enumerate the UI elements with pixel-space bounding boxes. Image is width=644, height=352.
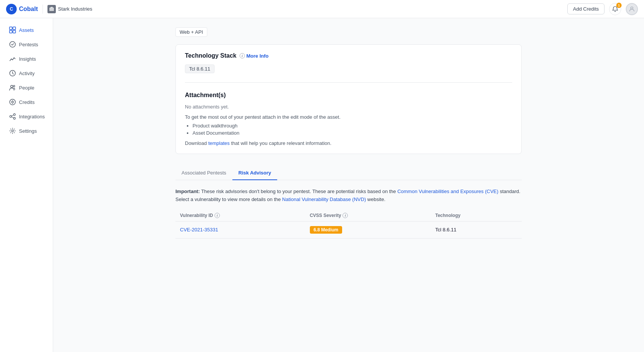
sidebar-item-credits[interactable]: Credits bbox=[3, 95, 50, 109]
sidebar-item-assets[interactable]: Assets bbox=[3, 23, 50, 37]
severity-info-icon[interactable]: i bbox=[343, 213, 348, 218]
vuln-id-cell: CVE-2021-35331 bbox=[175, 221, 305, 238]
svg-point-11 bbox=[10, 99, 16, 105]
vulnerability-table: Vulnerability ID i CVSS Severity i bbox=[175, 210, 522, 239]
credits-icon bbox=[9, 99, 16, 105]
avatar-icon bbox=[629, 6, 635, 12]
table-body: CVE-2021-35331 6.8 Medium Tcl 8.6.11 bbox=[175, 221, 522, 238]
info-circle-icon: i bbox=[240, 53, 245, 58]
cobalt-logo: C Cobalt bbox=[6, 4, 38, 14]
list-item: Product walkthrough bbox=[193, 123, 512, 129]
people-icon bbox=[9, 84, 16, 91]
sidebar-item-insights[interactable]: Insights bbox=[3, 52, 50, 66]
tab-risk-advisory[interactable]: Risk Advisory bbox=[232, 166, 277, 180]
risk-advisory-content: Important: These risk advisories don't b… bbox=[175, 180, 522, 246]
severity-badge: 6.8 Medium bbox=[310, 226, 342, 234]
more-info-link[interactable]: i More Info bbox=[240, 53, 269, 59]
svg-point-13 bbox=[14, 114, 16, 116]
company-icon bbox=[47, 5, 56, 13]
svg-rect-6 bbox=[13, 30, 16, 33]
svg-rect-0 bbox=[49, 8, 54, 11]
cobalt-logo-text: Cobalt bbox=[19, 6, 38, 13]
cobalt-logo-icon: C bbox=[6, 4, 17, 14]
tech-stack-title: Technology Stack i More Info bbox=[185, 52, 512, 59]
th-vulnerability-id: Vulnerability ID i bbox=[175, 210, 305, 222]
attach-description: To get the most out of your pentest atta… bbox=[185, 114, 512, 120]
no-attachments-text: No attachments yet. bbox=[185, 104, 512, 110]
sidebar-item-settings[interactable]: Settings bbox=[3, 124, 50, 138]
svg-point-12 bbox=[10, 116, 12, 118]
app-layout: Assets Pentests Insights Activity bbox=[0, 18, 644, 352]
svg-point-17 bbox=[12, 130, 14, 132]
svg-point-14 bbox=[14, 118, 16, 119]
sidebar-label-integrations: Integrations bbox=[19, 114, 45, 119]
sidebar-label-insights: Insights bbox=[19, 56, 36, 62]
svg-point-9 bbox=[11, 85, 13, 88]
main-content: Web + API Technology Stack i More Info T… bbox=[53, 18, 644, 352]
topnav: C Cobalt Stark Industries Add Credits 1 bbox=[0, 0, 644, 18]
asset-details-card: Technology Stack i More Info Tcl 8.6.11 … bbox=[175, 44, 522, 154]
svg-line-15 bbox=[11, 115, 14, 116]
content-area: Web + API Technology Stack i More Info T… bbox=[166, 18, 531, 261]
notifications-button[interactable]: 1 bbox=[609, 3, 621, 15]
nvd-link[interactable]: National Vulnerability Database (NVD) bbox=[282, 196, 366, 202]
add-credits-button[interactable]: Add Credits bbox=[567, 3, 605, 14]
svg-point-2 bbox=[631, 7, 633, 9]
insights-icon bbox=[9, 55, 16, 62]
important-bold: Important: bbox=[175, 189, 200, 194]
tabs-container: Associated Pentests Risk Advisory bbox=[175, 166, 522, 180]
svg-rect-5 bbox=[9, 30, 12, 33]
svg-rect-1 bbox=[51, 7, 53, 8]
svg-line-16 bbox=[11, 117, 14, 118]
sidebar-label-people: People bbox=[19, 85, 34, 91]
sidebar: Assets Pentests Insights Activity bbox=[0, 18, 53, 352]
technology-cell: Tcl 8.6.11 bbox=[431, 221, 522, 238]
attachments-title: Attachment(s) bbox=[185, 92, 512, 99]
sidebar-item-integrations[interactable]: Integrations bbox=[3, 110, 50, 123]
asset-type-tag: Web + API bbox=[175, 27, 207, 37]
assets-icon bbox=[9, 27, 16, 33]
notification-badge: 1 bbox=[616, 3, 622, 8]
sidebar-item-pentests[interactable]: Pentests bbox=[3, 38, 50, 51]
integrations-icon bbox=[9, 113, 16, 120]
company-badge[interactable]: Stark Industries bbox=[47, 5, 92, 13]
company-name: Stark Industries bbox=[58, 6, 92, 12]
svg-rect-4 bbox=[13, 27, 16, 30]
sidebar-label-settings: Settings bbox=[19, 128, 37, 134]
th-cvss-severity: CVSS Severity i bbox=[305, 210, 431, 222]
nav-divider bbox=[43, 5, 43, 14]
th-technology: Technology bbox=[431, 210, 522, 222]
severity-cell: 6.8 Medium bbox=[305, 221, 431, 238]
user-avatar[interactable] bbox=[626, 3, 638, 15]
tech-tag: Tcl 8.6.11 bbox=[185, 64, 215, 73]
sidebar-label-activity: Activity bbox=[19, 71, 35, 76]
attach-footer: Download templates that will help you ca… bbox=[185, 140, 512, 146]
table-header: Vulnerability ID i CVSS Severity i bbox=[175, 210, 522, 222]
sidebar-item-activity[interactable]: Activity bbox=[3, 66, 50, 80]
cve-link[interactable]: Common Vulnerabilities and Exposures (CV… bbox=[397, 189, 498, 194]
technology-stack-section: Technology Stack i More Info Tcl 8.6.11 bbox=[185, 52, 512, 73]
topnav-left: C Cobalt Stark Industries bbox=[6, 4, 92, 14]
sidebar-label-credits: Credits bbox=[19, 99, 35, 105]
attachments-section: Attachment(s) No attachments yet. To get… bbox=[185, 92, 512, 146]
svg-point-10 bbox=[13, 85, 15, 87]
attach-list: Product walkthrough Asset Documentation bbox=[185, 123, 512, 136]
list-item: Asset Documentation bbox=[193, 130, 512, 136]
table-row: CVE-2021-35331 6.8 Medium Tcl 8.6.11 bbox=[175, 221, 522, 238]
cve-id-link[interactable]: CVE-2021-35331 bbox=[180, 227, 218, 233]
activity-icon bbox=[9, 70, 16, 77]
settings-icon bbox=[9, 127, 16, 134]
sidebar-label-pentests: Pentests bbox=[19, 42, 38, 47]
svg-rect-3 bbox=[9, 27, 12, 30]
pentests-icon bbox=[9, 41, 16, 48]
section-divider bbox=[185, 82, 512, 83]
tab-associated-pentests[interactable]: Associated Pentests bbox=[175, 166, 232, 180]
templates-link[interactable]: templates bbox=[208, 140, 229, 146]
sidebar-label-assets: Assets bbox=[19, 27, 34, 33]
important-notice: Important: These risk advisories don't b… bbox=[175, 188, 522, 204]
sidebar-item-people[interactable]: People bbox=[3, 81, 50, 94]
vuln-id-info-icon[interactable]: i bbox=[215, 213, 220, 218]
topnav-right: Add Credits 1 bbox=[567, 3, 638, 15]
